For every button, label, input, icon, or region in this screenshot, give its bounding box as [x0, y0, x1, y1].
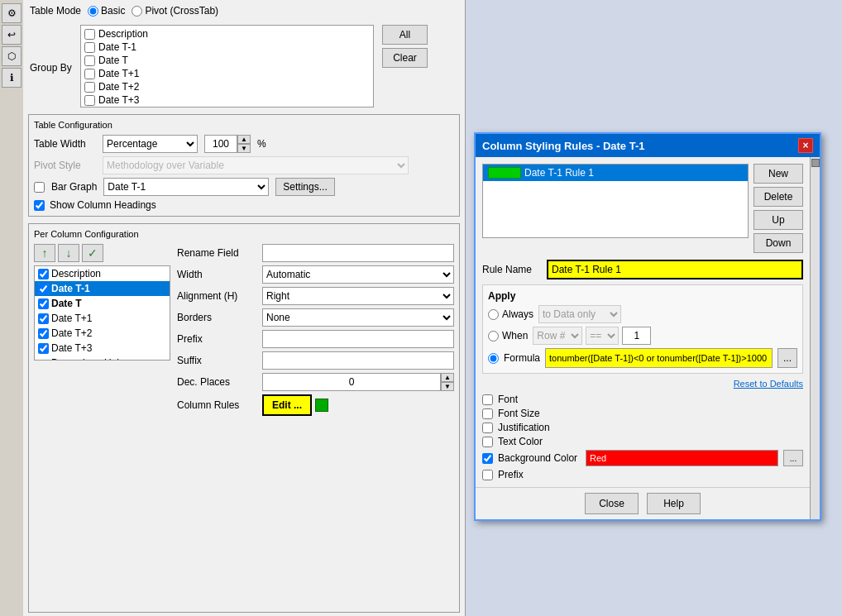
- when-label[interactable]: When: [488, 330, 528, 341]
- always-label[interactable]: Always: [488, 308, 533, 320]
- up-rule-button[interactable]: Up: [753, 210, 803, 230]
- side-icon-3[interactable]: ⬡: [2, 46, 22, 66]
- pivot-row: Pivot Style Methodology over Variable: [34, 156, 454, 174]
- column-styling-dialog: Column Styling Rules - Date T-1 × Date T…: [474, 132, 821, 521]
- dec-spin-up[interactable]: ▲: [441, 373, 454, 382]
- formula-button[interactable]: ...: [777, 348, 797, 368]
- pivot-radio[interactable]: [132, 6, 142, 17]
- reset-defaults-link[interactable]: Reset to Defaults: [482, 379, 803, 389]
- width-spinbox-input[interactable]: [204, 135, 237, 153]
- new-rule-button[interactable]: New: [753, 164, 803, 184]
- bar-graph-select[interactable]: Date T-1: [103, 178, 269, 196]
- dialog-close-button[interactable]: ×: [798, 138, 813, 153]
- side-icon-4[interactable]: ℹ: [2, 68, 22, 88]
- down-rule-button[interactable]: Down: [753, 233, 803, 253]
- col-item-date-t1[interactable]: Date T-1: [35, 281, 170, 296]
- dialog-titlebar: Column Styling Rules - Date T-1 ×: [476, 134, 820, 157]
- row-value-input[interactable]: [622, 327, 651, 345]
- col-item-date-t2[interactable]: Date T+2: [35, 326, 170, 341]
- delete-rule-button[interactable]: Delete: [753, 187, 803, 207]
- edit-btn-indicator: [315, 399, 328, 412]
- col-label-date-t2: Date T+2: [51, 327, 92, 339]
- dec-spin-down[interactable]: ▼: [441, 382, 454, 391]
- per-column-body: ↑ ↓ ✓ Description Date T-1 Date: [34, 244, 454, 416]
- rule-name-input[interactable]: [547, 260, 803, 279]
- spin-down[interactable]: ▼: [237, 144, 251, 153]
- col-item-dynamic[interactable]: Dynamic or Unknown Fields: [35, 356, 170, 361]
- bar-graph-checkbox[interactable]: [34, 182, 45, 193]
- equals-select[interactable]: ==: [586, 327, 619, 345]
- font-checkbox[interactable]: [482, 394, 493, 405]
- to-data-only-select[interactable]: to Data only: [538, 305, 621, 323]
- col-item-date-t1plus[interactable]: Date T+1: [35, 311, 170, 326]
- when-row: When Row # ==: [488, 327, 797, 345]
- side-icon-2[interactable]: ↩: [2, 25, 22, 45]
- side-icon-1[interactable]: ⚙: [2, 3, 22, 23]
- prefix-checkbox[interactable]: [482, 470, 493, 480]
- justification-checkbox[interactable]: [482, 423, 493, 433]
- move-down-button[interactable]: ↓: [58, 244, 79, 262]
- date-t1-checkbox[interactable]: [84, 42, 95, 53]
- rules-list: Date T-1 Rule 1: [482, 164, 749, 238]
- edit-rules-button[interactable]: Edit ...: [262, 394, 312, 416]
- bgcolor-label: Background Color: [498, 452, 581, 464]
- per-column-config: Per Column Configuration ↑ ↓ ✓ Descripti…: [28, 223, 460, 613]
- date-t3-label: Date T+3: [98, 94, 139, 106]
- alignment-select[interactable]: Left Center Right Justify: [262, 287, 454, 305]
- bgcolor-swatch-button[interactable]: ...: [783, 450, 803, 466]
- date-t1plus-checkbox[interactable]: [84, 69, 95, 79]
- pivot-style-select[interactable]: Methodology over Variable: [103, 156, 409, 174]
- date-t3-checkbox[interactable]: [84, 95, 95, 106]
- basic-radio-label[interactable]: Basic: [88, 5, 125, 17]
- col-cb-description[interactable]: [38, 269, 49, 279]
- col-item-date-t[interactable]: Date T: [35, 296, 170, 311]
- textcolor-checkbox[interactable]: [482, 437, 493, 447]
- col-cb-date-t[interactable]: [38, 298, 49, 309]
- when-radio[interactable]: [488, 331, 499, 341]
- clear-button[interactable]: Clear: [382, 48, 428, 68]
- description-checkbox[interactable]: [84, 29, 95, 40]
- suffix-label: Suffix: [177, 355, 256, 366]
- col-cb-date-t1[interactable]: [38, 284, 49, 294]
- bgcolor-swatch[interactable]: Red: [586, 450, 778, 466]
- check-button[interactable]: ✓: [82, 244, 103, 262]
- prefix-input[interactable]: [262, 330, 454, 348]
- help-button[interactable]: Help: [647, 493, 701, 514]
- formula-input[interactable]: [545, 348, 773, 368]
- col-cb-date-t2[interactable]: [38, 328, 49, 339]
- basic-radio[interactable]: [88, 6, 98, 17]
- rename-field-input[interactable]: [262, 244, 454, 262]
- style-option-fontsize: Font Size: [482, 408, 803, 419]
- column-rules-label: Column Rules: [177, 399, 256, 411]
- settings-button[interactable]: Settings...: [275, 178, 334, 196]
- borders-select[interactable]: None All Outer Inner: [262, 308, 454, 327]
- row-hash-select[interactable]: Row #: [533, 327, 582, 345]
- bgcolor-swatch-label: Red: [590, 453, 606, 463]
- suffix-input[interactable]: [262, 351, 454, 370]
- width-select[interactable]: Automatic Pixels Percentage: [262, 265, 454, 284]
- spin-up[interactable]: ▲: [237, 135, 251, 144]
- scroll-thumb[interactable]: [811, 159, 820, 167]
- dialog-scrollbar[interactable]: [810, 157, 820, 519]
- close-button[interactable]: Close: [585, 493, 639, 514]
- col-cb-date-t1plus[interactable]: [38, 313, 49, 324]
- col-item-description[interactable]: Description: [35, 266, 170, 281]
- date-t2-checkbox[interactable]: [84, 82, 95, 93]
- pivot-radio-label[interactable]: Pivot (CrossTab): [132, 5, 218, 17]
- formula-radio[interactable]: [488, 353, 499, 364]
- date-t-checkbox[interactable]: [84, 55, 95, 66]
- all-button[interactable]: All: [382, 25, 428, 45]
- fontsize-checkbox[interactable]: [482, 408, 493, 419]
- bgcolor-checkbox[interactable]: [482, 453, 493, 464]
- rule-item-1[interactable]: Date T-1 Rule 1: [483, 165, 748, 181]
- col-item-date-t3[interactable]: Date T+3: [35, 341, 170, 356]
- dec-places-input[interactable]: [262, 373, 441, 391]
- show-headings-checkbox[interactable]: [34, 200, 45, 211]
- width-spinbox: ▲ ▼: [204, 135, 251, 153]
- basic-radio-text: Basic: [101, 5, 125, 17]
- side-toolbar: ⚙ ↩ ⬡ ℹ: [0, 0, 23, 616]
- always-radio[interactable]: [488, 309, 499, 320]
- col-cb-date-t3[interactable]: [38, 343, 49, 354]
- move-up-button[interactable]: ↑: [34, 244, 55, 262]
- table-width-select[interactable]: Percentage Pixels Auto: [103, 135, 198, 153]
